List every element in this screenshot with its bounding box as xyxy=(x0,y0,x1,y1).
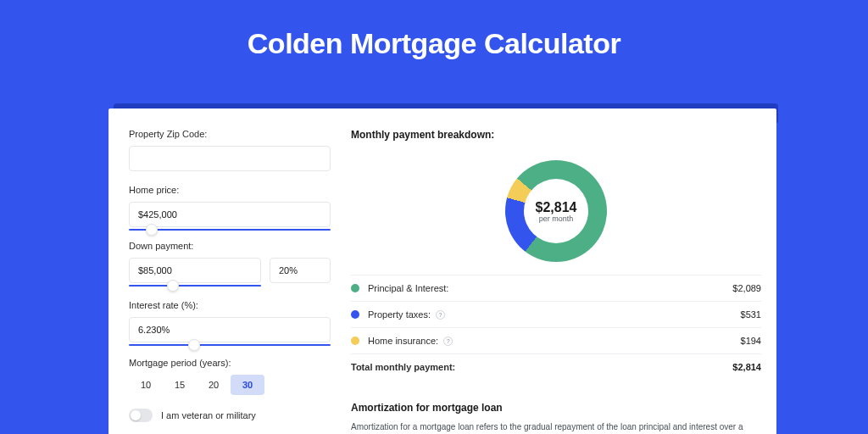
breakdown-panel: Monthly payment breakdown: $2,814 per mo… xyxy=(351,129,761,434)
breakdown-heading: Monthly payment breakdown: xyxy=(351,129,761,141)
donut-chart: $2,814 per month xyxy=(505,160,607,262)
period-label: Mortgage period (years): xyxy=(129,358,331,368)
home-price-label: Home price: xyxy=(129,185,331,195)
amortization-section: Amortization for mortgage loan Amortizat… xyxy=(351,392,761,434)
interest-slider-track[interactable] xyxy=(129,344,331,346)
legend-row-taxes: Property taxes: ? $531 xyxy=(351,302,761,328)
legend-val-taxes: $531 xyxy=(741,309,761,320)
zip-group: Property Zip Code: xyxy=(129,129,331,171)
down-payment-slider-thumb[interactable] xyxy=(167,280,179,292)
down-payment-slider-track[interactable] xyxy=(129,285,261,287)
veteran-label: I am veteran or military xyxy=(161,410,256,420)
legend-label-insurance-text: Home insurance: xyxy=(368,336,438,346)
legend-val-total: $2,814 xyxy=(732,362,761,372)
home-price-input[interactable] xyxy=(129,202,331,227)
home-price-slider-thumb[interactable] xyxy=(146,224,158,236)
calculator-card: Property Zip Code: Home price: Down paym… xyxy=(108,108,776,434)
legend-label-taxes-text: Property taxes: xyxy=(368,309,431,320)
interest-slider-thumb[interactable] xyxy=(188,339,200,351)
down-payment-group: Down payment: xyxy=(129,241,331,283)
info-icon[interactable]: ? xyxy=(443,337,453,346)
donut-center: $2,814 per month xyxy=(524,179,588,243)
legend-row-principal: Principal & Interest: $2,089 xyxy=(351,275,761,302)
input-panel: Property Zip Code: Home price: Down paym… xyxy=(129,129,331,434)
down-payment-label: Down payment: xyxy=(129,241,331,251)
legend: Principal & Interest: $2,089 Property ta… xyxy=(351,275,761,380)
period-btn-15[interactable]: 15 xyxy=(163,375,197,395)
legend-row-total: Total monthly payment: $2,814 xyxy=(351,354,761,380)
period-options: 10 15 20 30 xyxy=(129,375,331,395)
swatch-insurance xyxy=(351,337,359,345)
donut-sub: per month xyxy=(539,214,574,223)
swatch-principal xyxy=(351,284,359,292)
legend-val-insurance: $194 xyxy=(741,336,761,346)
period-btn-20[interactable]: 20 xyxy=(197,375,231,395)
amortization-heading: Amortization for mortgage loan xyxy=(351,402,761,414)
period-group: Mortgage period (years): 10 15 20 30 xyxy=(129,358,331,395)
zip-label: Property Zip Code: xyxy=(129,129,331,139)
period-btn-10[interactable]: 10 xyxy=(129,375,163,395)
zip-input[interactable] xyxy=(129,146,331,171)
veteran-row: I am veteran or military xyxy=(129,409,331,422)
page-title: Colden Mortgage Calculator xyxy=(0,0,868,79)
interest-label: Interest rate (%): xyxy=(129,300,331,310)
donut-chart-area: $2,814 per month xyxy=(351,147,761,275)
donut-amount: $2,814 xyxy=(536,200,577,215)
down-payment-pct-input[interactable] xyxy=(270,258,331,283)
legend-label-principal: Principal & Interest: xyxy=(368,283,732,293)
home-price-slider-track[interactable] xyxy=(129,229,331,231)
legend-label-insurance: Home insurance: ? xyxy=(368,336,741,346)
info-icon[interactable]: ? xyxy=(436,310,445,320)
interest-input[interactable] xyxy=(129,317,331,342)
legend-val-principal: $2,089 xyxy=(732,283,761,293)
legend-row-insurance: Home insurance: ? $194 xyxy=(351,328,761,354)
down-payment-amount-input[interactable] xyxy=(129,258,261,283)
interest-group: Interest rate (%): xyxy=(129,300,331,342)
period-btn-30[interactable]: 30 xyxy=(231,375,264,395)
swatch-taxes xyxy=(351,310,359,319)
legend-label-total: Total monthly payment: xyxy=(351,362,732,372)
amortization-text: Amortization for a mortgage loan refers … xyxy=(351,420,761,434)
home-price-group: Home price: xyxy=(129,185,331,227)
legend-label-taxes: Property taxes: ? xyxy=(368,309,741,320)
veteran-toggle[interactable] xyxy=(129,409,153,422)
